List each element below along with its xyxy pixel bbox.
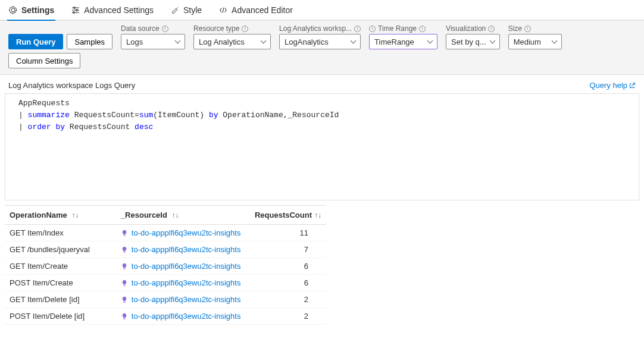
svg-rect-10 — [123, 302, 125, 302]
table-row[interactable]: GET /bundles/jqueryvalto-do-appplfi6q3ew… — [5, 241, 326, 258]
cell-operation: POST Item/Delete [id] — [5, 308, 116, 325]
svg-rect-9 — [123, 285, 125, 285]
info-icon[interactable]: i — [369, 26, 376, 32]
col-header-count[interactable]: RequestsCount↑↓ — [250, 206, 326, 225]
run-query-button[interactable]: Run Query — [8, 34, 63, 49]
query-help-link[interactable]: Query help — [589, 81, 636, 90]
field-la-workspace: Log Analytics worksp... i LogAnalytics — [279, 24, 361, 49]
code-icon — [218, 5, 228, 15]
info-icon[interactable]: i — [524, 26, 531, 32]
results-tbody: GET Item/Indexto-do-appplfi6q3ewu2tc-ins… — [5, 225, 326, 325]
brush-icon — [170, 5, 180, 15]
resource-link[interactable]: to-do-appplfi6q3ewu2tc-insights — [132, 245, 241, 254]
resource-link[interactable]: to-do-appplfi6q3ewu2tc-insights — [132, 228, 241, 237]
info-icon[interactable]: i — [419, 26, 426, 32]
field-resource-type: Resource type i Log Analytics — [193, 24, 271, 49]
column-settings-button[interactable]: Column Settings — [8, 53, 80, 68]
gutter-pipe — [8, 121, 18, 133]
query-editor[interactable]: AppRequests | summarize RequestsCount=su… — [5, 93, 639, 200]
sort-icon: ↑↓ — [172, 211, 179, 219]
cell-resource: to-do-appplfi6q3ewu2tc-insights — [116, 308, 250, 325]
table-row[interactable]: GET Item/Createto-do-appplfi6q3ewu2tc-in… — [5, 258, 326, 275]
lightbulb-icon — [121, 313, 128, 320]
query-controls-bar: Run Query Samples Data source i Logs Res… — [0, 20, 644, 75]
field-size: Size i Medium — [508, 24, 562, 49]
cell-resource: to-do-appplfi6q3ewu2tc-insights — [116, 291, 250, 308]
cell-count: 11 — [250, 225, 326, 241]
gear-icon — [8, 5, 18, 15]
lightbulb-icon — [121, 263, 128, 270]
cell-count: 6 — [250, 275, 326, 291]
cell-resource: to-do-appplfi6q3ewu2tc-insights — [116, 258, 250, 275]
tab-label: Settings — [21, 5, 54, 15]
select-resource-type[interactable]: Log Analytics — [193, 34, 271, 49]
resource-link[interactable]: to-do-appplfi6q3ewu2tc-insights — [132, 262, 241, 271]
lightbulb-icon — [121, 280, 128, 287]
tab-advanced-settings[interactable]: Advanced Settings — [70, 3, 155, 21]
info-icon[interactable]: i — [242, 26, 248, 32]
info-icon[interactable]: i — [162, 26, 168, 32]
svg-rect-11 — [123, 318, 125, 319]
query-subtitle-row: Log Analytics workspace Logs Query Query… — [0, 75, 644, 93]
col-header-resource[interactable]: _ResourceId ↑↓ — [116, 206, 250, 225]
gutter-pipe — [8, 109, 18, 121]
resource-link[interactable]: to-do-appplfi6q3ewu2tc-insights — [132, 295, 241, 304]
cell-count: 6 — [250, 258, 326, 275]
cell-operation: GET Item/Index — [5, 225, 116, 241]
field-label: i Time Range i — [369, 24, 437, 33]
tab-settings[interactable]: Settings — [7, 3, 55, 21]
chevron-down-icon — [175, 39, 181, 45]
editor-tabs: Settings Advanced Settings Style Advance… — [0, 0, 644, 20]
lightbulb-icon — [121, 246, 128, 253]
cell-operation: GET Item/Create — [5, 258, 116, 275]
cell-operation: GET /bundles/jqueryval — [5, 241, 116, 258]
table-header-row: OperationName ↑↓ _ResourceId ↑↓ Requests… — [5, 206, 326, 225]
cell-operation: POST Item/Create — [5, 275, 116, 291]
query-text: | summarize RequestsCount=sum(ItemCount)… — [18, 109, 339, 121]
lightbulb-icon — [121, 296, 128, 303]
field-visualization: Visualization i Set by q... — [446, 24, 500, 49]
col-header-operation[interactable]: OperationName ↑↓ — [5, 206, 116, 225]
cell-count: 7 — [250, 241, 326, 258]
field-label: Resource type i — [193, 24, 271, 33]
chevron-down-icon — [427, 39, 433, 45]
svg-rect-7 — [123, 252, 125, 252]
cell-resource: to-do-appplfi6q3ewu2tc-insights — [116, 225, 250, 241]
cell-operation: GET Item/Delete [id] — [5, 291, 116, 308]
tab-style[interactable]: Style — [169, 3, 203, 21]
tab-label: Style — [183, 5, 202, 15]
svg-rect-8 — [123, 268, 125, 269]
cell-resource: to-do-appplfi6q3ewu2tc-insights — [116, 241, 250, 258]
field-label: Visualization i — [446, 24, 500, 33]
results-table-wrap: OperationName ↑↓ _ResourceId ↑↓ Requests… — [5, 205, 639, 325]
table-row[interactable]: GET Item/Delete [id]to-do-appplfi6q3ewu2… — [5, 291, 326, 308]
tab-advanced-editor[interactable]: Advanced Editor — [217, 3, 294, 21]
table-row[interactable]: POST Item/Createto-do-appplfi6q3ewu2tc-i… — [5, 275, 326, 291]
resource-link[interactable]: to-do-appplfi6q3ewu2tc-insights — [132, 278, 241, 287]
select-data-source[interactable]: Logs — [121, 34, 185, 49]
select-la-workspace[interactable]: LogAnalytics — [279, 34, 361, 49]
chevron-down-icon — [552, 39, 558, 45]
info-icon[interactable]: i — [488, 26, 495, 32]
query-text: AppRequests — [18, 98, 70, 109]
sort-icon: ↑↓ — [71, 211, 79, 219]
chevron-down-icon — [490, 39, 496, 45]
samples-button[interactable]: Samples — [67, 34, 112, 49]
field-label: Size i — [508, 24, 562, 33]
chevron-down-icon — [351, 39, 357, 45]
sliders-icon — [71, 5, 80, 15]
resource-link[interactable]: to-do-appplfi6q3ewu2tc-insights — [132, 312, 241, 321]
select-size[interactable]: Medium — [508, 34, 562, 49]
table-row[interactable]: GET Item/Indexto-do-appplfi6q3ewu2tc-ins… — [5, 225, 326, 241]
select-time-range[interactable]: TimeRange — [369, 34, 437, 49]
field-label: Data source i — [121, 24, 185, 33]
info-icon[interactable]: i — [354, 26, 361, 32]
query-subtitle: Log Analytics workspace Logs Query — [8, 81, 135, 90]
select-visualization[interactable]: Set by q... — [446, 34, 500, 49]
field-data-source: Data source i Logs — [121, 24, 185, 49]
sort-icon: ↑↓ — [314, 211, 321, 219]
table-row[interactable]: POST Item/Delete [id]to-do-appplfi6q3ewu… — [5, 308, 326, 325]
tab-label: Advanced Settings — [84, 5, 154, 15]
results-table: OperationName ↑↓ _ResourceId ↑↓ Requests… — [5, 205, 326, 325]
cell-count: 2 — [250, 291, 326, 308]
